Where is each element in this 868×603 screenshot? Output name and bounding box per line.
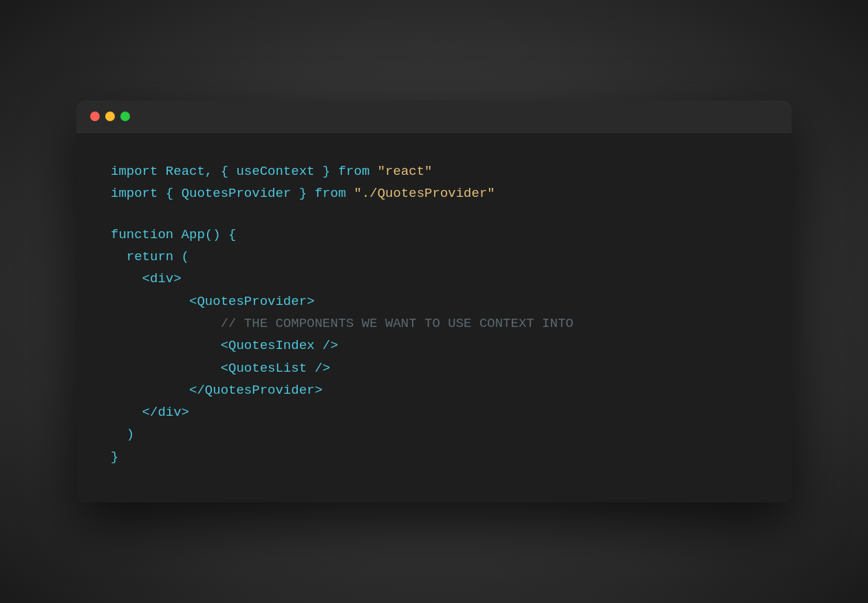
code-line: import { QuotesProvider } from "./Quotes… (111, 182, 757, 204)
code-line: import React, { useContext } from "react… (111, 160, 757, 182)
code-line: return ( (111, 246, 757, 268)
minimize-dot[interactable] (105, 112, 115, 121)
code-editor: import React, { useContext } from "react… (76, 133, 792, 502)
code-line: <div> (111, 268, 757, 290)
code-line: <QuotesList /> (111, 357, 757, 379)
code-line: <QuotesProvider> (111, 290, 757, 313)
code-line: <QuotesIndex /> (111, 335, 757, 357)
keyword: import (111, 164, 158, 179)
code-line: } (111, 446, 757, 468)
code-line: function App() { (111, 224, 757, 246)
blank-line (111, 205, 757, 224)
titlebar (76, 100, 792, 133)
comment-line: // THE COMPONENTS WE WANT TO USE CONTEXT… (111, 313, 757, 335)
code-window: import React, { useContext } from "react… (76, 100, 792, 502)
close-dot[interactable] (90, 112, 100, 121)
code-line: ) (111, 423, 757, 445)
code-line: </div> (111, 401, 757, 423)
code-line: </QuotesProvider> (111, 379, 757, 401)
maximize-dot[interactable] (120, 112, 130, 121)
